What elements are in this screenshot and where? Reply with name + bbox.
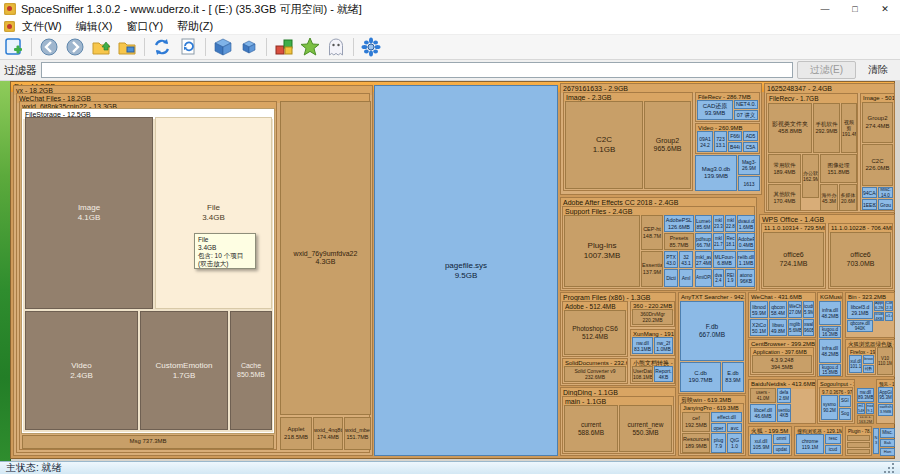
drvmgr-360[interactable]: 360DrvMgr 220.2MB xyxy=(632,309,673,325)
shipin-jian[interactable]: 视频剪 191.4M xyxy=(841,103,857,153)
b32-43[interactable]: 32 43.1 xyxy=(679,251,693,268)
nw2f[interactable]: nw_2f 1.0MB xyxy=(654,337,673,354)
current-new-block[interactable]: current_new 550.3MB xyxy=(619,405,672,452)
effect-dll[interactable]: effect.dll xyxy=(711,412,742,422)
new-view-button[interactable] xyxy=(2,36,26,58)
wxid-4nq8t-block[interactable]: wxid_4nq8t 174.4MB xyxy=(313,417,343,450)
bad5[interactable]: AD5 xyxy=(743,131,758,141)
home-button[interactable] xyxy=(115,36,139,58)
qbcore-dll[interactable]: qbcore.dll 940K xyxy=(847,320,873,332)
resc-block[interactable]: resc xyxy=(825,434,841,444)
appgi-block[interactable]: AppGi 95.3M xyxy=(878,387,893,403)
mglib[interactable]: mglib 5.6MB xyxy=(788,319,802,336)
group2-965mb[interactable]: Group2 965.6MB xyxy=(644,101,691,189)
bangong-soft[interactable]: 办公软 162.9M xyxy=(802,154,819,198)
group2-274mb[interactable]: Group2 274.4MB xyxy=(862,102,893,143)
bak-block[interactable]: Bak xyxy=(880,439,895,447)
forward-button[interactable] xyxy=(63,36,87,58)
yingshi-folder[interactable]: 影视类文件夹 458.8MB xyxy=(768,103,812,153)
dva-24[interactable]: dva 2.4 xyxy=(713,269,724,287)
mkl-233[interactable]: mkl 23.3 xyxy=(713,215,724,232)
lumet[interactable]: Lumet- 85.6M xyxy=(695,215,712,232)
misc-block[interactable]: Misc. xyxy=(880,428,895,438)
amiopl[interactable]: AmiOPL xyxy=(695,269,712,287)
libnod[interactable]: libnod 59.9M xyxy=(750,301,768,318)
resize-grip-icon[interactable] xyxy=(884,463,894,473)
omni-block[interactable]: omni xyxy=(773,434,790,444)
xwalk[interactable]: xwalk 960B xyxy=(803,319,814,336)
bb44i[interactable]: B44i xyxy=(728,142,742,152)
menu-edit[interactable]: 编辑(X) xyxy=(69,19,120,34)
shouji-soft[interactable]: 手机软件 292.9MB xyxy=(813,103,840,153)
net40[interactable]: NET4.0. xyxy=(734,100,758,109)
wech-27[interactable]: WeCh 27.0M xyxy=(788,301,802,318)
ventio-block[interactable]: ventio 4KB xyxy=(777,404,791,422)
icud-4kb[interactable]: icud 4KB xyxy=(874,312,884,321)
pdfsup[interactable]: pdfsup 66.7M xyxy=(695,233,712,250)
plug-79[interactable]: plug 7.9 xyxy=(711,433,726,453)
solid-converter[interactable]: Solid Converter v9 232.6MB xyxy=(564,366,626,382)
zhuanshu-block[interactable]: 转数 xyxy=(863,365,874,373)
essentia[interactable]: Essentia 137.9M xyxy=(641,251,663,287)
back-button[interactable] xyxy=(37,36,61,58)
color-by-type-button[interactable] xyxy=(272,36,296,58)
rec-181[interactable]: Rec 18.1 xyxy=(725,233,736,250)
presets[interactable]: Presets 85.7MB xyxy=(664,233,694,250)
minimize-button[interactable]: — xyxy=(810,0,840,18)
x2tco[interactable]: X2tCo 50.1M xyxy=(750,319,768,336)
report-4kb[interactable]: Report. 4KB xyxy=(654,366,673,382)
dvaui-d[interactable]: dvaui.d 1.6MB xyxy=(737,215,755,232)
con-23[interactable]: Con 2.3 xyxy=(885,301,893,311)
changyong-soft[interactable]: 常用软件 189.4MB xyxy=(768,154,801,183)
cache-block[interactable]: Cache 850.5MB xyxy=(230,311,272,430)
file-block[interactable]: File 3.4GB xyxy=(155,117,272,309)
defa-block[interactable]: defa 2.6M xyxy=(777,388,791,403)
wxid-76y9umfdva22-block[interactable]: wxid_76y9umfdva22 4.3GB xyxy=(280,101,371,415)
qbcon[interactable]: qbcon 58.4M xyxy=(769,301,787,318)
show-free-space-button[interactable] xyxy=(298,36,322,58)
maximize-button[interactable]: □ xyxy=(840,0,870,18)
close-button[interactable]: ✕ xyxy=(870,0,900,18)
mag3-db[interactable]: Mag3.0.db 139.9MB xyxy=(695,155,737,191)
cdb-block[interactable]: C.db 190.7MB xyxy=(680,362,721,392)
plugin-row-2[interactable] xyxy=(847,442,870,448)
mkl-217[interactable]: mkl 21.7 xyxy=(713,233,724,250)
brow-block[interactable]: brow xyxy=(863,355,874,364)
updat-block[interactable]: updat xyxy=(773,445,790,454)
video-block[interactable]: Video 2.4GB xyxy=(25,311,138,430)
b1ee82[interactable]: 1EE82 xyxy=(862,199,877,210)
adobepsl[interactable]: AdobePSL 126.6MB xyxy=(664,215,694,232)
v4-3-9-248[interactable]: 4.3.9.248 394.5MB xyxy=(752,355,812,373)
appl-62[interactable]: Appl 6.2M xyxy=(874,301,884,311)
menu-file[interactable]: 文件(W) xyxy=(15,19,69,34)
libwu[interactable]: libwu 49.8M xyxy=(769,319,787,336)
nod-91[interactable]: nod 9.1 xyxy=(866,403,874,414)
b09a1[interactable]: 09A1 24.2 xyxy=(697,131,713,152)
c2c-1-1gb[interactable]: C2C 1.1GB xyxy=(565,101,643,189)
nwdll-83[interactable]: nw.dll 83.1MB xyxy=(632,337,653,354)
atono[interactable]: atono 96KB xyxy=(737,269,755,287)
photoshop-cs6[interactable]: Photoshop CS6 512.4MB xyxy=(564,310,626,355)
qtg-10[interactable]: QtG 1.0 xyxy=(727,433,742,453)
misc-14[interactable]: Misc. 14.0 xyxy=(878,187,893,198)
office6-703[interactable]: office6 703.0MB xyxy=(830,232,891,287)
tuxiang-chuli[interactable]: 图像处理 151.8MB xyxy=(820,154,857,183)
bf66i[interactable]: F66i xyxy=(728,131,742,141)
aml[interactable]: Aml xyxy=(679,269,693,287)
image-block[interactable]: Image 4.1GB xyxy=(25,117,153,309)
mlfoun[interactable]: MLFoun- 6.8MB xyxy=(713,251,736,268)
edb-block[interactable]: E.db 83.9M xyxy=(722,362,744,392)
applet-block[interactable]: Applet 218.5MB xyxy=(280,417,312,450)
cad-restore[interactable]: CAD还原 93.9MB xyxy=(697,100,733,120)
customemotion-block[interactable]: CustomEmotion 1.7GB xyxy=(140,311,228,430)
userdata[interactable]: UserData 108.1MB xyxy=(632,366,653,382)
menu-help[interactable]: 帮助(Z) xyxy=(170,19,220,34)
office6-724[interactable]: office6 724.1MB xyxy=(763,232,824,287)
b1613[interactable]: 1613 xyxy=(738,176,760,191)
wxid-mbe-block[interactable]: wxid_mbe 151.7MB xyxy=(344,417,371,450)
up-folder-button[interactable] xyxy=(89,36,113,58)
nwdll-89[interactable]: nw.dll 89.3MB xyxy=(857,388,874,402)
less-detail-button[interactable] xyxy=(237,36,261,58)
plugins-block[interactable]: Plug-ins 1007.3MB xyxy=(564,215,640,287)
v11-0-1[interactable]: 11.0.1. 163.2M xyxy=(857,415,874,424)
